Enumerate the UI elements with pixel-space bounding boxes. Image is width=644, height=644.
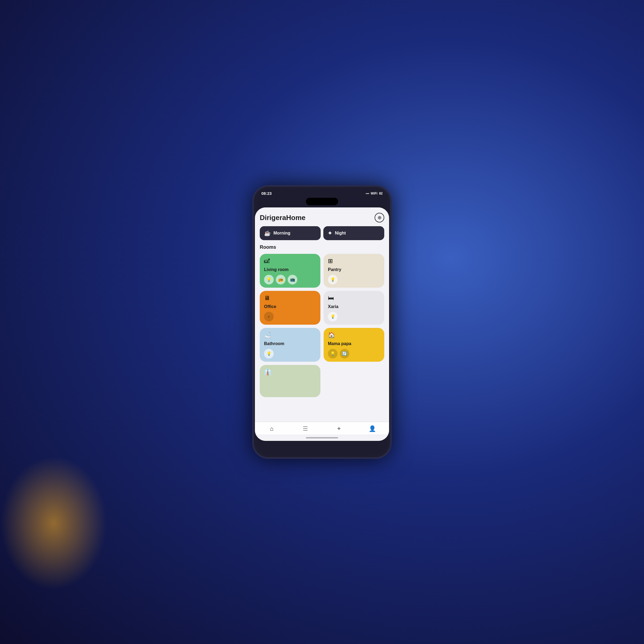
room-card-office[interactable]: 🖥 Office ↑ — [260, 291, 320, 325]
office-chip[interactable]: ↑ — [264, 312, 274, 321]
status-bar: 08:23 ▪▪▪ WiFi 82 — [254, 187, 390, 198]
mama-papa-name: Mama papa — [328, 341, 380, 346]
battery-text: 82 — [379, 192, 383, 195]
mama-papa-devices: 💡 🔄 — [328, 349, 380, 358]
screen: DirigeraHome ⊕ ☕ Morning ✦ Night Rooms — [255, 207, 389, 441]
device-chip-tv[interactable]: 📺 — [288, 275, 297, 284]
mama-papa-icon: 🏠 — [328, 332, 380, 338]
office-name: Office — [264, 304, 316, 309]
room-card-xaria[interactable]: 🛏 Xaria 💡 — [324, 291, 384, 325]
bathroom-name: Bathroom — [264, 341, 316, 346]
app-content: DirigeraHome ⊕ ☕ Morning ✦ Night Rooms — [255, 207, 389, 422]
rooms-label: Rooms — [260, 244, 384, 250]
night-label: Night — [335, 231, 346, 236]
xaria-name: Xaria — [328, 304, 380, 309]
home-nav-icon: ⌂ — [270, 425, 273, 432]
living-room-devices: 💡 📻 📺 — [264, 275, 316, 284]
mama-papa-light-chip[interactable]: 💡 — [328, 349, 338, 358]
mama-papa-rotate-chip[interactable]: 🔄 — [340, 349, 349, 358]
office-icon: 🖥 — [264, 295, 316, 301]
nav-profile[interactable]: 👤 — [356, 425, 389, 432]
status-icons: ▪▪▪ WiFi 82 — [366, 192, 383, 195]
pantry-name: Pantry — [328, 267, 380, 272]
bathroom-icon: 🛁 — [264, 332, 316, 338]
nav-home[interactable]: ⌂ — [255, 425, 288, 432]
app-title: DirigeraHome — [260, 214, 306, 222]
devices-nav-icon: ☰ — [303, 425, 308, 432]
wifi-icon: WiFi — [371, 192, 377, 195]
header: DirigeraHome ⊕ — [260, 213, 384, 222]
room-card-living-room[interactable]: 🛋 Living room 💡 📻 📺 — [260, 254, 320, 288]
room-card-bathroom[interactable]: 🛁 Bathroom 💡 — [260, 328, 320, 362]
status-time: 08:23 — [261, 191, 272, 196]
add-button[interactable]: ⊕ — [375, 213, 384, 222]
nav-scenes[interactable]: ✦ — [322, 425, 356, 432]
xaria-devices: 💡 — [328, 312, 380, 321]
room-card-mama-papa[interactable]: 🏠 Mama papa 💡 🔄 — [324, 328, 384, 362]
device-chip-light[interactable]: 💡 — [264, 275, 274, 284]
living-room-name: Living room — [264, 267, 316, 272]
home-indicator — [255, 434, 389, 441]
room-card-pantry[interactable]: ⊞ Pantry 💡 — [324, 254, 384, 288]
bathroom-devices: 💡 — [264, 349, 316, 358]
xaria-icon: 🛏 — [328, 295, 380, 301]
nav-devices[interactable]: ☰ — [288, 425, 322, 432]
phone-wrapper: 08:23 ▪▪▪ WiFi 82 DirigeraHome ⊕ ☕ — [252, 185, 392, 459]
scenes-nav-icon: ✦ — [336, 425, 341, 432]
night-scene-button[interactable]: ✦ Night — [323, 226, 384, 240]
home-bar — [306, 437, 338, 438]
night-icon: ✦ — [328, 230, 332, 236]
bathroom-light-chip[interactable]: 💡 — [264, 349, 274, 358]
dynamic-island — [306, 198, 338, 205]
pantry-devices: 💡 — [328, 275, 380, 284]
yellow-glow — [0, 456, 107, 590]
rooms-grid: 🛋 Living room 💡 📻 📺 ⊞ Pantry 💡 — [260, 254, 384, 397]
scene-row: ☕ Morning ✦ Night — [260, 226, 384, 240]
xaria-light-chip[interactable]: 💡 — [328, 312, 338, 321]
morning-label: Morning — [273, 231, 290, 236]
morning-icon: ☕ — [264, 230, 271, 236]
office-devices: ↑ — [264, 312, 316, 321]
bottom-nav: ⌂ ☰ ✦ 👤 — [255, 422, 389, 434]
pantry-icon: ⊞ — [328, 258, 380, 264]
pantry-light-chip[interactable]: 💡 — [328, 275, 338, 284]
phone-shell: 08:23 ▪▪▪ WiFi 82 DirigeraHome ⊕ ☕ — [252, 185, 392, 459]
wardrobe-icon: 👔 — [264, 369, 316, 375]
device-chip-speaker[interactable]: 📻 — [276, 275, 286, 284]
morning-scene-button[interactable]: ☕ Morning — [260, 226, 321, 240]
profile-nav-icon: 👤 — [369, 425, 376, 432]
room-card-wardrobe[interactable]: 👔 — [260, 365, 320, 397]
signal-icon: ▪▪▪ — [366, 192, 369, 195]
living-room-icon: 🛋 — [264, 258, 316, 264]
